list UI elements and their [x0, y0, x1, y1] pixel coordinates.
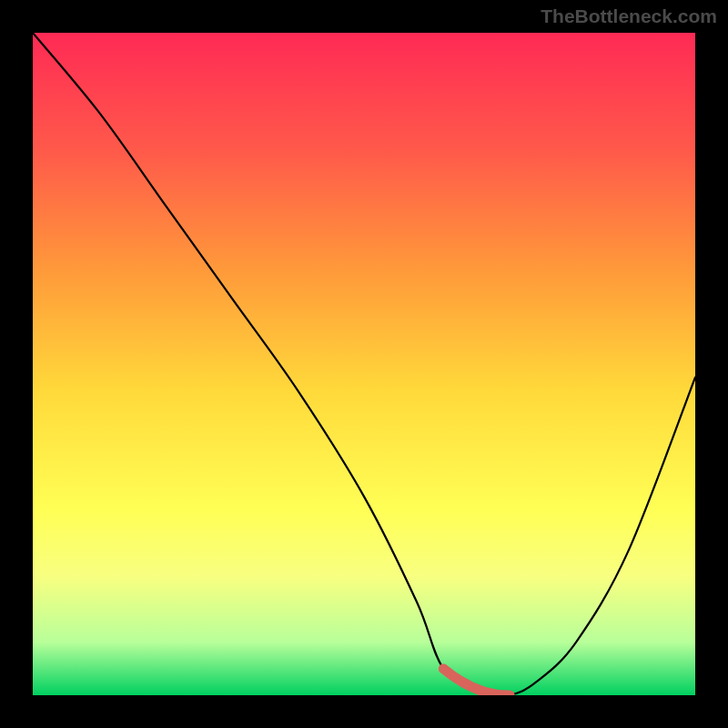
bottleneck-curve-path	[33, 33, 695, 695]
chart-plot-area	[33, 33, 695, 695]
highlight-segment	[443, 669, 510, 695]
bottleneck-curve-svg	[33, 33, 695, 695]
watermark-text: TheBottleneck.com	[541, 5, 717, 27]
